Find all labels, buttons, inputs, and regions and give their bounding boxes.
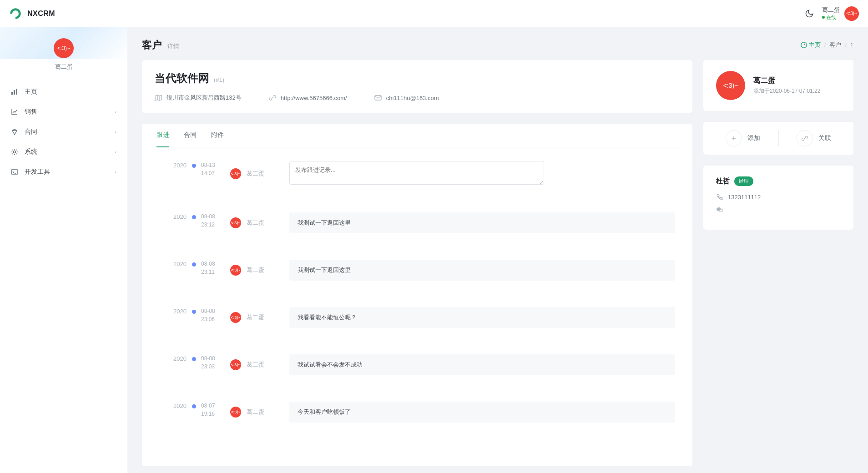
tab-contract[interactable]: 合同 [184,124,197,147]
contact-name: 杜哲 [716,177,730,186]
timeline-dot [192,404,196,408]
timeline-stem [194,361,194,402]
add-label: 添加 [747,134,760,142]
terminal-icon [11,168,18,176]
followup-input[interactable] [289,161,544,185]
customer-email[interactable]: chi111hu@163.com [374,94,439,102]
add-button[interactable]: 添加 [708,130,779,146]
timeline-row: 2020 08-0823:03 <:3)~ 葛二蛋 我试试看会不会发不成功 [159,354,675,375]
app-logo [9,7,22,20]
timeline-user: <:3)~ 葛二蛋 [230,212,289,233]
timeline-avatar: <:3)~ [230,312,241,323]
timeline-content-wrap: 我看看能不能恒公呢？ [289,307,675,328]
timeline-stem [194,168,194,212]
svg-rect-0 [11,92,13,95]
tab-followup[interactable]: 跟进 [156,124,169,147]
timeline-year: 2020 [159,260,187,281]
sidebar: <:3)~ 葛二蛋 主页 销售 ‹ 合同 ‹ 系统 ‹ 开发工具 ‹ [0,27,127,473]
content-side: <:3)~ 葛二蛋 添加于2020-06-17 07:01:22 添加 关联 [703,60,853,241]
timeline-avatar: <:3)~ [230,217,241,228]
link-button[interactable]: 关联 [779,130,849,146]
theme-toggle[interactable] [805,9,814,18]
timeline-card: 跟进 合同 附件 2020 08-1314:07 <:3)~ 葛二蛋 2020 … [142,124,692,466]
timeline-year: 2020 [159,307,187,328]
timeline-user: <:3)~ 葛二蛋 [230,402,289,423]
sidebar-nav: 主页 销售 ‹ 合同 ‹ 系统 ‹ 开发工具 ‹ [0,78,127,186]
contact-head: 杜哲 经理 [716,176,841,186]
page-header: 客户 详情 主页 / 客户 / 1 [142,38,853,52]
timeline-content: 我测试一下返回这里 [289,212,675,233]
timeline-username: 葛二蛋 [247,408,264,416]
timeline-avatar: <:3)~ [230,168,241,179]
contact-wechat [716,206,841,213]
timeline: 2020 08-1314:07 <:3)~ 葛二蛋 2020 08-0823:1… [155,147,680,453]
timeline-content-wrap: 我试试看会不会发不成功 [289,354,675,375]
timeline-line [187,260,201,281]
link-icon [269,94,276,101]
timeline-content-wrap [289,161,675,186]
timeline-year: 2020 [159,161,187,186]
wechat-icon [716,206,723,213]
timeline-content-wrap: 我测试一下返回这里 [289,260,675,281]
page-subtitle: 详情 [167,42,179,50]
header-right: 葛二蛋 在线 <:3)~ [805,6,859,21]
timeline-user: <:3)~ 葛二蛋 [230,161,289,186]
svg-rect-1 [14,90,15,95]
phone-icon [716,193,723,201]
timeline-username: 葛二蛋 [247,266,264,274]
timeline-user: <:3)~ 葛二蛋 [230,307,289,328]
svg-point-8 [719,209,723,212]
contact-phone: 1323111112 [716,193,841,201]
page-title: 客户 [142,38,162,52]
chevron-left-icon: ‹ [115,129,116,135]
map-icon [155,94,162,101]
customer-address-text: 银川市金凤区新昌西路132号 [167,94,242,102]
breadcrumb-home-label: 主页 [809,41,821,49]
timeline-dot [192,357,196,361]
timeline-username: 葛二蛋 [247,361,264,369]
customer-card: 当代软件网 (#1) 银川市金凤区新昌西路132号 http://www.567… [142,60,692,113]
user-meta: 葛二蛋 在线 [822,6,840,20]
timeline-stem [194,314,194,354]
link-icon [797,130,813,146]
timeline-content: 我测试一下返回这里 [289,260,675,281]
timeline-content-wrap: 今天和客户吃顿饭了 [289,402,675,423]
timeline-line [187,402,201,423]
timeline-content: 今天和客户吃顿饭了 [289,402,675,423]
header-left: NXCRM [9,7,55,20]
nav-item-system[interactable]: 系统 ‹ [0,142,127,162]
link-label: 关联 [818,134,831,142]
nav-item-home[interactable]: 主页 [0,82,127,102]
breadcrumb-section[interactable]: 客户 [829,41,841,49]
tabs: 跟进 合同 附件 [155,124,680,147]
customer-header: 当代软件网 (#1) [155,71,680,86]
sidebar-avatar: <:3)~ [54,38,74,58]
tab-attachment[interactable]: 附件 [211,124,224,147]
timeline-dot [192,164,196,168]
owner-info: 葛二蛋 添加于2020-06-17 07:01:22 [753,76,841,95]
breadcrumb-sep: / [824,42,826,49]
nav-item-contract[interactable]: 合同 ‹ [0,122,127,142]
customer-website-text: http://www.5675666.com/ [281,95,347,101]
nav-item-sales[interactable]: 销售 ‹ [0,102,127,122]
breadcrumb: 主页 / 客户 / 1 [801,41,853,49]
breadcrumb-home[interactable]: 主页 [801,41,821,49]
sidebar-profile: <:3)~ 葛二蛋 [0,27,127,78]
nav-label: 主页 [25,88,116,96]
nav-item-devtools[interactable]: 开发工具 ‹ [0,162,127,182]
current-user[interactable]: 葛二蛋 在线 <:3)~ [822,6,859,21]
timeline-date: 08-0823:03 [201,354,230,375]
customer-email-text: chi111hu@163.com [386,95,439,101]
timeline-content-wrap: 我测试一下返回这里 [289,212,675,233]
timeline-date: 08-0719:16 [201,402,230,423]
timeline-avatar: <:3)~ [230,407,241,418]
timeline-line [187,161,201,186]
customer-website[interactable]: http://www.5675666.com/ [269,94,347,102]
header-avatar: <:3)~ [844,6,859,21]
main-content: 客户 详情 主页 / 客户 / 1 当代软件网 (#1) [127,27,868,473]
owner-name: 葛二蛋 [753,76,841,86]
plus-icon [726,130,742,146]
timeline-line [187,354,201,375]
timeline-year: 2020 [159,402,187,423]
nav-label: 开发工具 [25,168,108,176]
